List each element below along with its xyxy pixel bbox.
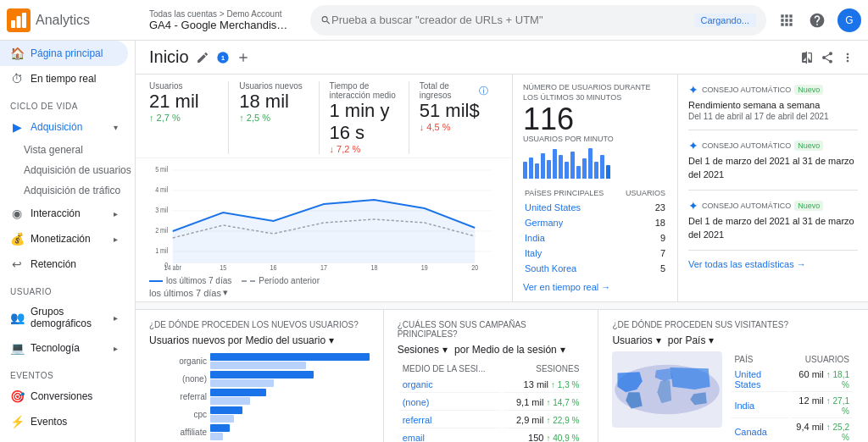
metric-users-change: ↑ 2,7 %	[149, 113, 218, 123]
topbar-logo-text: Analytics	[36, 13, 90, 28]
rt-bar-11	[582, 158, 587, 179]
sidebar-item-events[interactable]: ⚡ Eventos	[0, 409, 128, 434]
sessions-table: MEDIO DE LA SESI... SESIONES organic 13 …	[398, 361, 585, 442]
top-section: Usuarios 21 mil ↑ 2,7 % Usuarios nuevos …	[136, 75, 868, 302]
insight-type-1: CONSEJO AUTOMÁTICO	[702, 141, 791, 150]
metric-engagement-label: Tiempo de interacción medio	[330, 81, 398, 100]
topbar-search-bar[interactable]: Cargando...	[310, 5, 766, 36]
help-icon[interactable]	[807, 10, 827, 30]
bar-previous-4	[210, 433, 223, 440]
sidebar-item-acquisition[interactable]: ▶ Adquisición ▾	[0, 114, 128, 140]
share-icon[interactable]	[821, 51, 834, 64]
bar-row-4: affiliate	[149, 424, 370, 440]
rt-country-users: 5	[619, 262, 665, 275]
sidebar-item-engagement[interactable]: ◉ Interacción ▸	[0, 201, 128, 226]
realtime-countries-table: PAÍSES PRINCIPALES USUARIOS United State…	[523, 185, 667, 277]
bottom-card3-sel1-arrow: ▾	[656, 334, 661, 346]
sidebar-item-realtime[interactable]: ⏱ En tiempo real	[0, 66, 128, 91]
country-row-1: India 12 mil ↑ 27,1 %	[731, 394, 853, 418]
session-medium-2: referral	[399, 412, 502, 428]
rt-bar-9	[570, 152, 575, 179]
legend-previous-line	[242, 280, 255, 282]
svg-rect-2	[17, 16, 21, 28]
rt-country-name: Italy	[525, 246, 617, 260]
realtime-link-label: Ver en tiempo real →	[523, 282, 610, 292]
country-name-2: Canada	[731, 420, 789, 442]
sidebar-subitem-user-acq[interactable]: Adquisición de usuarios	[0, 160, 135, 180]
rt-bar-14	[600, 155, 604, 179]
sidebar-item-retention[interactable]: ↩ Retención	[0, 251, 128, 277]
sidebar-item-home[interactable]: 🏠 Página principal	[0, 41, 128, 66]
sessions-col2-header: SESIONES	[503, 362, 582, 375]
realtime-link[interactable]: Ver en tiempo real →	[523, 282, 667, 292]
sidebar-demographics-label: Grupos demográficos	[31, 306, 107, 329]
sessions-col1-header: MEDIO DE LA SESI...	[399, 362, 502, 375]
sidebar-section-lifecycle: CICLO DE VIDA	[0, 91, 135, 114]
page-header: Inicio 1	[136, 41, 868, 75]
country-table-container: PAÍS USUARIOS United States 60 mil ↑ 18,…	[729, 351, 854, 442]
sidebar-subitem-overview[interactable]: Vista general	[0, 140, 135, 160]
metric-revenue-label: Total de ingresos ⓘ	[420, 81, 488, 100]
add-icon[interactable]	[236, 51, 250, 64]
bar-label-2: referral	[149, 392, 207, 401]
realtime-country-row: India9	[525, 231, 665, 245]
apps-icon[interactable]	[776, 10, 797, 30]
more-options-icon[interactable]	[841, 51, 854, 64]
engagement-expand-icon: ▸	[114, 209, 118, 218]
all-stats-link[interactable]: Ver todas las estadísticas →	[688, 259, 858, 269]
countries-col-header: PAÍSES PRINCIPALES	[525, 187, 617, 199]
session-row-3: email 150 ↑ 40,9 %	[399, 430, 583, 442]
session-count-3: 150 ↑ 40,9 %	[503, 430, 582, 442]
acquisition-expand-icon: ▾	[114, 123, 118, 132]
world-map-svg	[612, 351, 722, 428]
home-icon: 🏠	[10, 47, 24, 60]
bottom-card2-sel2-arrow: ▾	[560, 344, 565, 356]
user-avatar[interactable]: G	[837, 8, 861, 32]
info-icon[interactable]: 1	[216, 51, 230, 64]
session-count-1: 9,1 mil ↑ 14,7 %	[503, 395, 582, 411]
legend-previous-label: Período anterior	[259, 276, 320, 285]
rt-country-users: 18	[619, 216, 665, 229]
country-table: PAÍS USUARIOS United States 60 mil ↑ 18,…	[729, 351, 854, 442]
session-row-0: organic 13 mil ↑ 1,3 %	[399, 377, 583, 393]
technology-icon: 💻	[10, 341, 24, 355]
sidebar-item-conversions[interactable]: 🎯 Conversiones	[0, 384, 128, 409]
bottom-card3-sel1: Usuarios	[612, 334, 652, 346]
rt-country-name: South Korea	[525, 262, 617, 275]
bottom-card2-selector[interactable]: Sesiones ▾ por Medio de la sesión ▾	[398, 344, 585, 356]
insight-card-1: ✦ CONSEJO AUTOMÁTICO Nuevo Del 1 de marz…	[688, 139, 858, 191]
metric-users: Usuarios 21 mil ↑ 2,7 %	[149, 81, 229, 154]
sidebar-item-monetization[interactable]: 💰 Monetización ▸	[0, 226, 128, 251]
rt-bar-15	[606, 165, 610, 179]
realtime-icon: ⏱	[10, 72, 24, 86]
insight-header-1: ✦ CONSEJO AUTOMÁTICO Nuevo	[688, 139, 858, 152]
svg-text:20: 20	[471, 263, 478, 272]
search-input[interactable]	[331, 14, 687, 26]
insight-type-0: CONSEJO AUTOMÁTICO	[702, 86, 791, 94]
rt-country-users: 23	[619, 201, 665, 214]
legend-previous: Período anterior	[242, 276, 320, 285]
insight-badge-1: Nuevo	[794, 141, 823, 151]
insight-desc-0: Rendimiento semana a semana	[688, 99, 858, 112]
bar-current-2	[210, 389, 266, 396]
date-range-selector[interactable]: los últimos 7 días ▾	[149, 287, 498, 298]
country-users-0: 60 mil ↑ 18,1 %	[791, 367, 853, 392]
sidebar-subitem-traffic-acq[interactable]: Adquisición de tráfico	[0, 180, 135, 201]
analytics-logo-icon	[7, 8, 31, 32]
sidebar-item-technology[interactable]: 💻 Tecnología ▸	[0, 335, 128, 361]
rt-bar-4	[541, 153, 545, 179]
engagement-icon: ◉	[10, 207, 24, 220]
bottom-card2-sel1: Sesiones	[398, 344, 439, 356]
bar-label-1: (none)	[149, 374, 207, 384]
metric-new-users-change: ↑ 2,5 %	[239, 113, 308, 123]
edit-icon[interactable]	[196, 51, 209, 64]
insight-card-2: ✦ CONSEJO AUTOMÁTICO Nuevo Del 1 de marz…	[688, 199, 858, 251]
svg-text:1 mil: 1 mil	[155, 246, 168, 255]
sidebar-item-demographics[interactable]: 👥 Grupos demográficos ▸	[0, 300, 128, 335]
metric-revenue: Total de ingresos ⓘ 51 mil$ ↓ 4,5 %	[409, 81, 498, 154]
bottom-card1-selector[interactable]: Usuarios nuevos por Medio del usuario ▾	[149, 334, 370, 346]
compare-icon[interactable]	[800, 51, 814, 64]
bar-tracks-0	[210, 353, 370, 369]
bottom-card3-selector[interactable]: Usuarios ▾ por País ▾	[612, 334, 854, 346]
bottom-card1-question: ¿DE DÓNDE PROCEDEN LOS NUEVOS USUARIOS?	[149, 320, 370, 329]
